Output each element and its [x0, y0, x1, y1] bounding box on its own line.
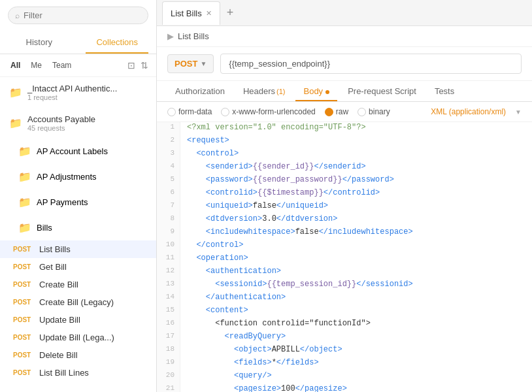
subfolder-icon-3: 📁: [18, 196, 31, 208]
add-tab-btn[interactable]: +: [223, 6, 238, 20]
search-input[interactable]: [24, 10, 141, 20]
line-number: 15: [157, 305, 180, 318]
request-get-bill[interactable]: POST Get Bill: [0, 258, 156, 276]
method-badge-1: POST: [13, 246, 34, 253]
subfolder-name-4: Bills: [37, 223, 52, 233]
tab-authorization[interactable]: Authorization: [167, 81, 233, 101]
code-line: 21 <pagesize>100</pagesize>: [157, 384, 532, 392]
line-content: <readByQuery>: [180, 331, 286, 344]
radio-label-raw: raw: [336, 107, 348, 116]
code-line: 1<?xml version="1.0" encoding="UTF-8"?>: [157, 122, 532, 135]
request-tab-label: List Bills: [171, 8, 202, 18]
xml-type-selector[interactable]: XML (application/xml): [431, 107, 506, 116]
code-line: 15 <content>: [157, 305, 532, 318]
request-sub-tabs: Authorization Headers(1) Body Pre-reques…: [157, 81, 532, 102]
request-name-7: Delete Bill: [39, 350, 78, 360]
code-line: 14 </authentication>: [157, 292, 532, 305]
sidebar-tabs: History Collections: [0, 31, 156, 54]
tab-body[interactable]: Body: [295, 81, 337, 101]
line-content: <request>: [180, 135, 229, 148]
subfolder-ap-adjustments[interactable]: 📁 AP Adjustments: [0, 164, 156, 189]
line-content: <sessionid>{{temp_session_id}}</sessioni…: [180, 279, 413, 292]
code-editor[interactable]: 1<?xml version="1.0" encoding="UTF-8"?>2…: [157, 122, 532, 392]
method-badge-7: POST: [13, 351, 34, 359]
search-input-wrap[interactable]: ⌕: [8, 7, 148, 24]
subfolder-ap-account-labels[interactable]: 📁 AP Account Labels: [0, 139, 156, 164]
subfolder-bills[interactable]: 📁 Bills: [0, 215, 156, 240]
line-number: 19: [157, 357, 180, 370]
code-line: 12 <authentication>: [157, 266, 532, 279]
request-create-bill[interactable]: POST Create Bill: [0, 276, 156, 293]
url-bar: POST ▼: [157, 47, 532, 81]
radio-label-urlencoded: x-www-form-urlencoded: [232, 107, 315, 116]
code-line: 8 <dtdversion>3.0</dtdversion>: [157, 214, 532, 227]
folder-info-ap: Accounts Payable 45 requests: [27, 114, 95, 132]
filter-all[interactable]: All: [8, 59, 23, 71]
request-list-bill-lines[interactable]: POST List Bill Lines: [0, 364, 156, 382]
breadcrumb: ▶ List Bills: [157, 26, 532, 47]
method-badge-6: POST: [13, 334, 34, 341]
radio-circle-urlencoded: [221, 108, 229, 116]
tab-headers[interactable]: Headers(1): [235, 81, 293, 101]
breadcrumb-label: List Bills: [178, 31, 209, 41]
request-tab-list-bills[interactable]: List Bills ✕: [162, 1, 220, 25]
sort-icon-btn[interactable]: ⇅: [141, 60, 148, 71]
request-name-6: Update Bill (Lega...): [39, 333, 114, 342]
folder-icon-ap: 📁: [9, 117, 22, 129]
line-content: <?xml version="1.0" encoding="UTF-8"?>: [180, 122, 366, 135]
tab-tests[interactable]: Tests: [427, 81, 462, 101]
subfolder-name-3: AP Payments: [37, 197, 88, 207]
request-create-bill-legacy[interactable]: POST Create Bill (Legacy): [0, 293, 156, 311]
method-select[interactable]: POST ▼: [167, 54, 214, 73]
radio-binary[interactable]: binary: [357, 107, 390, 116]
code-line: 6 <controlid>{{$timestamp}}</controlid>: [157, 188, 532, 201]
request-delete-bill[interactable]: POST Delete Bill: [0, 346, 156, 364]
tab-history[interactable]: History: [0, 31, 78, 54]
subfolder-ap-payments[interactable]: 📁 AP Payments: [0, 189, 156, 215]
breadcrumb-arrow: ▶: [167, 31, 174, 41]
tab-collections[interactable]: Collections: [78, 31, 157, 54]
subfolder-icon-2: 📁: [18, 171, 31, 183]
subfolder-name-1: AP Account Labels: [37, 146, 108, 156]
filter-me[interactable]: Me: [28, 59, 44, 71]
request-name-1: List Bills: [39, 244, 71, 254]
url-input[interactable]: [220, 54, 522, 74]
code-line: 16 <function controlid="functionId">: [157, 318, 532, 331]
close-tab-btn[interactable]: ✕: [206, 9, 212, 18]
line-content: <operation>: [180, 253, 248, 266]
line-number: 2: [157, 135, 180, 148]
code-line: 17 <readByQuery>: [157, 331, 532, 344]
xml-chevron-icon[interactable]: ▼: [515, 108, 522, 116]
folder-name: _Intacct API Authentic...: [27, 84, 117, 93]
radio-urlencoded[interactable]: x-www-form-urlencoded: [221, 107, 315, 116]
filter-icons: ⊡ ⇅: [127, 60, 148, 71]
code-line: 9 <includewhitespace>false</includewhite…: [157, 227, 532, 240]
body-type-row: form-data x-www-form-urlencoded raw bina…: [157, 102, 532, 122]
radio-raw[interactable]: raw: [325, 107, 348, 116]
request-name-3: Create Bill: [39, 280, 78, 289]
request-name-8: List Bill Lines: [39, 368, 89, 378]
radio-circle-raw: [325, 108, 333, 116]
folder-icon-btn[interactable]: ⊡: [127, 60, 135, 71]
folder-intacct[interactable]: 📁 _Intacct API Authentic... 1 request: [0, 77, 156, 108]
radio-label-form-data: form-data: [178, 107, 212, 116]
code-line: 10 </control>: [157, 240, 532, 253]
request-list-bills[interactable]: POST List Bills: [0, 240, 156, 258]
line-number: 10: [157, 240, 180, 253]
radio-form-data[interactable]: form-data: [167, 107, 212, 116]
line-content: </authentication>: [180, 292, 286, 305]
radio-circle-binary: [357, 108, 366, 116]
line-number: 8: [157, 214, 180, 227]
request-update-bill-lega[interactable]: POST Update Bill (Lega...): [0, 329, 156, 346]
subfolder-icon-4: 📁: [18, 221, 31, 234]
folder-accounts-payable[interactable]: 📁 Accounts Payable 45 requests: [0, 108, 156, 139]
method-badge-4: POST: [13, 299, 34, 306]
tab-pre-request[interactable]: Pre-request Script: [340, 81, 424, 101]
main-panel: List Bills ✕ + ▶ List Bills POST ▼ Autho…: [157, 0, 532, 392]
line-number: 16: [157, 318, 180, 331]
request-update-bill[interactable]: POST Update Bill: [0, 311, 156, 329]
filter-team[interactable]: Team: [50, 59, 74, 71]
chevron-down-icon: ▼: [200, 60, 207, 67]
method-badge-2: POST: [13, 263, 34, 270]
line-number: 6: [157, 188, 180, 201]
